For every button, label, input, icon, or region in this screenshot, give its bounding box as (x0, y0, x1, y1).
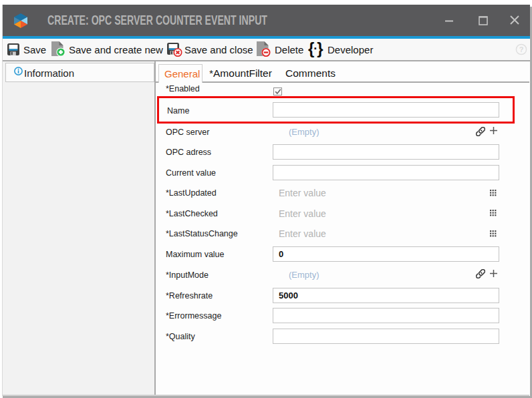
svg-text:?: ? (519, 45, 524, 53)
